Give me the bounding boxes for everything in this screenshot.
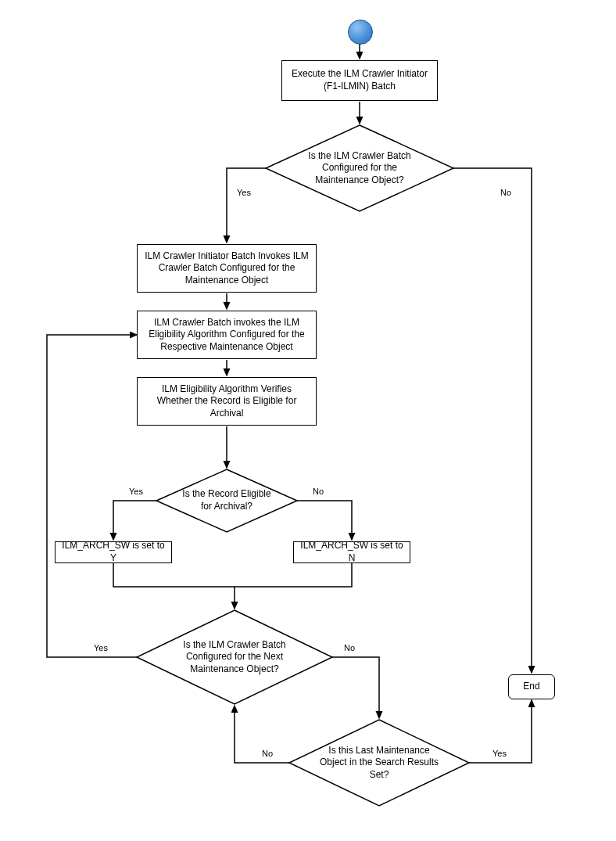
box-end: End — [508, 674, 555, 699]
box-label: ILM_ARCH_SW is set to Y — [62, 540, 165, 564]
edge-last-yes: Yes — [492, 749, 507, 758]
edge-next-yes: Yes — [94, 643, 108, 652]
diamond-next: Is the ILM Crawler Batch Configured for … — [164, 632, 305, 682]
edge-eligible-yes: Yes — [129, 487, 143, 496]
edge-eligible-no: No — [313, 487, 324, 496]
box-label: End — [523, 681, 539, 693]
edge-configured-yes: Yes — [237, 188, 251, 197]
start-node — [348, 20, 373, 45]
box-execute-initiator: Execute the ILM Crawler Initiator (F1-IL… — [281, 60, 438, 101]
diamond-last: Is this Last Maintenance Object in the S… — [317, 739, 442, 786]
box-invokes-crawler: ILM Crawler Initiator Batch Invokes ILM … — [137, 244, 317, 293]
edge-configured-no: No — [500, 188, 511, 197]
diamond-text: Is this Last Maintenance Object in the S… — [317, 745, 442, 782]
box-set-y: ILM_ARCH_SW is set to Y — [55, 541, 172, 563]
diamond-text: Is the ILM Crawler Batch Configured for … — [164, 639, 305, 676]
box-label: ILM Crawler Initiator Batch Invokes ILM … — [144, 250, 310, 287]
box-label: ILM Crawler Batch invokes the ILM Eligib… — [144, 317, 310, 354]
box-set-n: ILM_ARCH_SW is set to N — [293, 541, 410, 563]
box-verifies-eligibility: ILM Eligibility Algorithm Verifies Wheth… — [137, 377, 317, 426]
box-label: Execute the ILM Crawler Initiator (F1-IL… — [288, 68, 431, 92]
diamond-text: Is the ILM Crawler Batch Configured for … — [297, 150, 422, 187]
box-label: ILM Eligibility Algorithm Verifies Wheth… — [144, 383, 310, 420]
diamond-configured: Is the ILM Crawler Batch Configured for … — [297, 145, 422, 192]
diamond-text: Is the Record Eligible for Archival? — [180, 488, 274, 512]
edge-next-no: No — [344, 643, 355, 652]
edge-last-no: No — [262, 749, 273, 758]
box-invokes-eligibility: ILM Crawler Batch invokes the ILM Eligib… — [137, 311, 317, 359]
box-label: ILM_ARCH_SW is set to N — [300, 540, 403, 564]
diamond-eligible: Is the Record Eligible for Archival? — [180, 481, 274, 520]
